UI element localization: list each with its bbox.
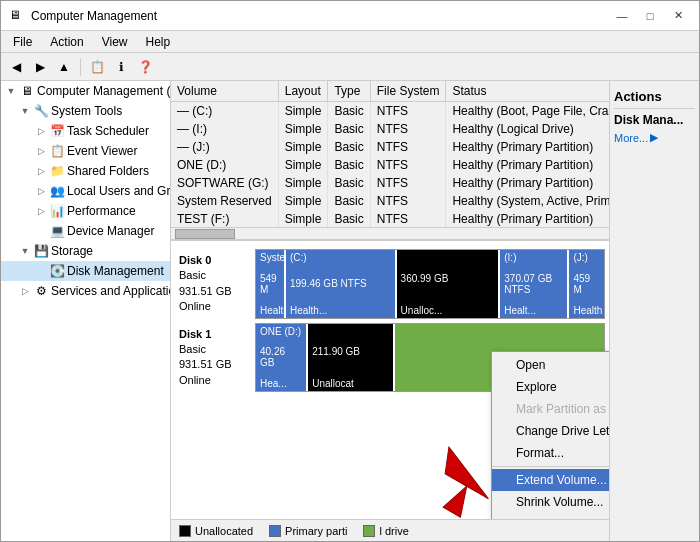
expand-icon-5: ▷ [33, 186, 49, 196]
disk0-part-j[interactable]: (J:) 459 M Health [569, 250, 604, 318]
sidebar-label-2: Task Scheduler [67, 124, 149, 138]
main-content: ▼ 🖥 Computer Management (Local ▼ 🔧 Syste… [1, 81, 699, 541]
cell-volume: System Reserved [171, 192, 278, 210]
cell-type: Basic [328, 120, 370, 138]
cell-type: Basic [328, 102, 370, 121]
sidebar-item-task-scheduler[interactable]: ▷ 📅 Task Scheduler [1, 121, 170, 141]
expand-icon-4: ▷ [33, 166, 49, 176]
part-label: (J:) [573, 252, 600, 263]
ctx-extend-volume[interactable]: Extend Volume... [492, 469, 609, 491]
table-row[interactable]: SOFTWARE (G:)SimpleBasicNTFSHealthy (Pri… [171, 174, 609, 192]
part-label: (I:) [504, 252, 563, 263]
expand-icon-3: ▷ [33, 146, 49, 156]
col-type[interactable]: Type [328, 81, 370, 102]
part-detail: Health [260, 305, 280, 316]
disk0-partitions: Syster 549 M Health (C:) 199.46 GB NTFS … [255, 249, 605, 319]
sidebar-item-disk-management[interactable]: ▷ 💽 Disk Management [1, 261, 170, 281]
maximize-button[interactable]: □ [637, 6, 663, 26]
part-label: (C:) [290, 252, 391, 263]
col-filesystem[interactable]: File System [370, 81, 446, 102]
disk0-part-c[interactable]: (C:) 199.46 GB NTFS Health... [286, 250, 397, 318]
horizontal-scrollbar[interactable] [171, 227, 609, 239]
menu-action[interactable]: Action [42, 33, 91, 51]
disk0-row: Disk 0 Basic 931.51 GB Online Syster 549… [175, 249, 605, 319]
expand-icon-6: ▷ [33, 206, 49, 216]
back-button[interactable]: ◀ [5, 56, 27, 78]
sidebar-label-7: Device Manager [67, 224, 154, 238]
sidebar-item-event-viewer[interactable]: ▷ 📋 Event Viewer [1, 141, 170, 161]
expand-icon: ▼ [3, 86, 19, 96]
cell-status: Healthy (Boot, Page File, Crash Dump, Pr… [446, 102, 609, 121]
cell-type: Basic [328, 156, 370, 174]
sidebar-label-4: Shared Folders [67, 164, 149, 178]
disk1-info: Disk 1 Basic 931.51 GB Online [175, 323, 255, 393]
cell-volume: SOFTWARE (G:) [171, 174, 278, 192]
legend-primary: Primary parti [269, 525, 347, 537]
table-row[interactable]: — (C:)SimpleBasicNTFSHealthy (Boot, Page… [171, 102, 609, 121]
cell-layout: Simple [278, 210, 328, 227]
sidebar-label-1: System Tools [51, 104, 122, 118]
cell-status: Healthy (Primary Partition) [446, 210, 609, 227]
part-label: Syster [260, 252, 280, 263]
table-row[interactable]: — (I:)SimpleBasicNTFSHealthy (Logical Dr… [171, 120, 609, 138]
col-status[interactable]: Status [446, 81, 609, 102]
disk0-status: Online [179, 299, 251, 314]
sidebar-item-performance[interactable]: ▷ 📊 Performance [1, 201, 170, 221]
ctx-shrink-volume[interactable]: Shrink Volume... [492, 491, 609, 513]
system-tools-icon: 🔧 [33, 103, 49, 119]
disk0-part-unalloc[interactable]: 360.99 GB Unalloc... [397, 250, 501, 318]
table-row[interactable]: System ReservedSimpleBasicNTFSHealthy (S… [171, 192, 609, 210]
up-button[interactable]: ▲ [53, 56, 75, 78]
sidebar-item-system-tools[interactable]: ▼ 🔧 System Tools [1, 101, 170, 121]
legend-label-unallocated: Unallocated [195, 525, 253, 537]
chevron-right-icon: ▶ [650, 131, 658, 144]
actions-panel: Actions Disk Mana... More... ▶ [609, 81, 699, 541]
sidebar-label-0: Computer Management (Local [37, 84, 171, 98]
help-toolbar-button[interactable]: ❓ [134, 56, 156, 78]
sidebar-item-storage[interactable]: ▼ 💾 Storage [1, 241, 170, 261]
disk0-type: Basic [179, 268, 251, 283]
part-detail: Health... [290, 305, 391, 316]
cell-filesystem: NTFS [370, 174, 446, 192]
sidebar-item-computer-management[interactable]: ▼ 🖥 Computer Management (Local [1, 81, 170, 101]
table-row[interactable]: TEST (F:)SimpleBasicNTFSHealthy (Primary… [171, 210, 609, 227]
expand-icon-10: ▷ [17, 286, 33, 296]
sidebar-item-shared-folders[interactable]: ▷ 📁 Shared Folders [1, 161, 170, 181]
legend-label-primary: Primary parti [285, 525, 347, 537]
disk0-part-system[interactable]: Syster 549 M Health [256, 250, 286, 318]
ctx-change-drive-letter[interactable]: Change Drive Letter and Paths... [492, 420, 609, 442]
properties-button[interactable]: ℹ [110, 56, 132, 78]
shared-folders-icon: 📁 [49, 163, 65, 179]
table-row[interactable]: ONE (D:)SimpleBasicNTFSHealthy (Primary … [171, 156, 609, 174]
part-detail: Health [573, 305, 600, 316]
ctx-open[interactable]: Open [492, 354, 609, 376]
cell-filesystem: NTFS [370, 192, 446, 210]
show-hide-button[interactable]: 📋 [86, 56, 108, 78]
table-row[interactable]: — (J:)SimpleBasicNTFSHealthy (Primary Pa… [171, 138, 609, 156]
sidebar-item-services[interactable]: ▷ ⚙ Services and Applications [1, 281, 170, 301]
scrollbar-thumb[interactable] [175, 229, 235, 239]
disk1-part-unalloc[interactable]: 211.90 GB Unallocat [308, 324, 395, 392]
minimize-button[interactable]: — [609, 6, 635, 26]
menu-help[interactable]: Help [138, 33, 179, 51]
sidebar-item-local-users[interactable]: ▷ 👥 Local Users and Groups [1, 181, 170, 201]
actions-more[interactable]: More... ▶ [614, 129, 695, 146]
menu-view[interactable]: View [94, 33, 136, 51]
forward-button[interactable]: ▶ [29, 56, 51, 78]
ctx-format[interactable]: Format... [492, 442, 609, 464]
svg-marker-0 [421, 447, 500, 519]
ctx-explore[interactable]: Explore [492, 376, 609, 398]
part-sublabel: 40.26 GB [260, 346, 302, 368]
cell-filesystem: NTFS [370, 138, 446, 156]
menu-file[interactable]: File [5, 33, 40, 51]
legend-box-logical [363, 525, 375, 537]
disk1-part-one-d[interactable]: ONE (D:) 40.26 GB Hea... [256, 324, 308, 392]
disk-management-icon: 💽 [49, 263, 65, 279]
col-layout[interactable]: Layout [278, 81, 328, 102]
close-button[interactable]: ✕ [665, 6, 691, 26]
disk0-info: Disk 0 Basic 931.51 GB Online [175, 249, 255, 319]
col-volume[interactable]: Volume [171, 81, 278, 102]
sidebar-item-device-manager[interactable]: ▷ 💻 Device Manager [1, 221, 170, 241]
cell-filesystem: NTFS [370, 102, 446, 121]
disk0-part-i[interactable]: (I:) 370.07 GB NTFS Healt... [500, 250, 569, 318]
